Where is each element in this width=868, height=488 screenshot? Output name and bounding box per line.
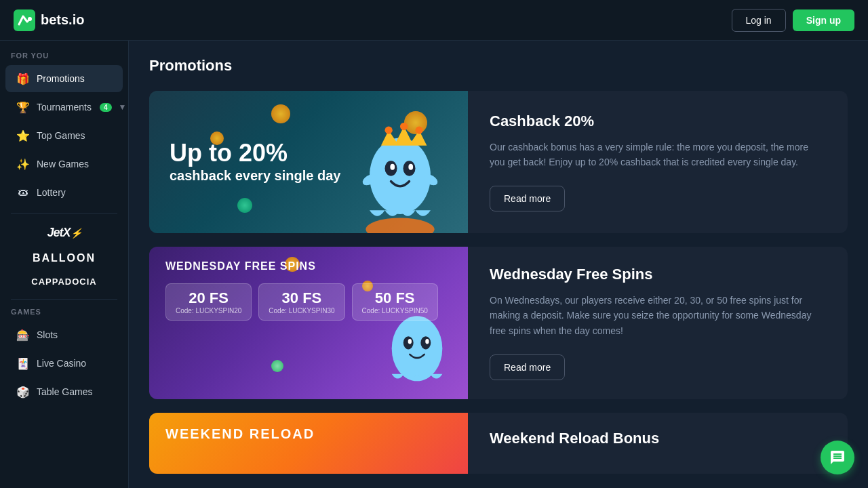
cashback-headline: Up to 20% xyxy=(170,140,340,167)
sidebar-item-label: Tournaments xyxy=(37,102,92,113)
sidebar-item-new-games[interactable]: ✨ New Games xyxy=(5,150,123,178)
header-buttons: Log in Sign up xyxy=(732,9,854,32)
balloon-label: BALLOON xyxy=(33,252,96,264)
ticket-icon: 🎟 xyxy=(16,186,30,199)
svg-point-9 xyxy=(390,164,395,170)
promo-desc-freespins: On Wednesdays, our players receive eithe… xyxy=(490,293,826,338)
spin-code-50: Code: LUCKYSPIN50 xyxy=(362,307,428,314)
slot-icon: 🎰 xyxy=(16,328,30,342)
chat-button[interactable] xyxy=(821,441,854,474)
svg-point-17 xyxy=(408,339,412,344)
spin-code-30: Code: LUCKYSPIN30 xyxy=(269,307,334,314)
sidebar-brand-jetx[interactable]: JetX⚡ xyxy=(5,220,123,245)
spin-amount-50: 50 FS xyxy=(362,289,428,307)
svg-point-18 xyxy=(425,339,429,344)
header: bets.io Log in Sign up xyxy=(0,0,868,41)
spins-options: 20 FS Code: LUCKYSPIN20 30 FS Code: LUCK… xyxy=(165,283,438,321)
sidebar-item-label: New Games xyxy=(37,159,89,169)
spin-amount-30: 30 FS xyxy=(269,289,334,307)
signup-button[interactable]: Sign up xyxy=(793,9,854,31)
sidebar-item-label: Table Games xyxy=(37,386,92,397)
sidebar-item-live-casino[interactable]: 🃏 Live Casino xyxy=(5,350,123,377)
svg-rect-0 xyxy=(14,9,35,31)
sidebar-item-label: Slots xyxy=(37,329,58,340)
promo-info-weekend: Weekend Reload Bonus xyxy=(468,413,848,474)
weekend-headline: WEEKEND RELOAD xyxy=(165,426,315,442)
sidebar-item-label: Lottery xyxy=(37,187,66,198)
cashback-mascot xyxy=(346,111,454,233)
table-icon: 🎲 xyxy=(16,385,30,399)
logo-text: bets.io xyxy=(41,12,84,28)
promo-card-weekend: WEEKEND RELOAD Weekend Reload Bonus xyxy=(149,413,848,474)
spins-headline: WEDNESDAY FREE SPINS xyxy=(165,260,316,272)
read-more-cashback[interactable]: Read more xyxy=(490,186,565,211)
sidebar-item-tournaments[interactable]: 🏆 Tournaments 4 ▼ xyxy=(5,94,123,121)
svg-point-14 xyxy=(392,317,443,382)
layout: FOR YOU 🎁 Promotions 🏆 Tournaments 4 ▼ ⭐… xyxy=(0,41,868,488)
sidebar-brand-cappadocia[interactable]: CAPPADOCIA xyxy=(5,271,123,292)
page-title: Promotions xyxy=(149,57,848,75)
login-button[interactable]: Log in xyxy=(732,9,786,32)
svg-point-1 xyxy=(28,17,32,21)
games-label: GAMES xyxy=(0,308,128,316)
sidebar-item-label: Live Casino xyxy=(37,358,86,369)
sidebar-divider-1 xyxy=(11,213,117,214)
promo-image-weekend: WEEKEND RELOAD xyxy=(149,413,468,474)
gift-icon: 🎁 xyxy=(16,72,30,85)
promo-title-freespins: Wednesday Free Spins xyxy=(490,266,826,283)
svg-point-4 xyxy=(385,127,393,134)
sidebar-brand-balloon[interactable]: BALLOON xyxy=(5,247,123,270)
svg-point-10 xyxy=(408,164,413,170)
promo-image-freespins: WEDNESDAY FREE SPINS 20 FS Code: LUCKYSP… xyxy=(149,247,468,399)
sidebar-divider-2 xyxy=(11,299,117,300)
trophy-icon: 🏆 xyxy=(16,100,30,114)
logo[interactable]: bets.io xyxy=(14,9,84,31)
sidebar-item-slots[interactable]: 🎰 Slots xyxy=(5,321,123,348)
spin-amount-20: 20 FS xyxy=(176,289,241,307)
tournament-badge: 4 xyxy=(100,103,112,112)
spin-option-20: 20 FS Code: LUCKYSPIN20 xyxy=(165,283,252,321)
promo-info-freespins: Wednesday Free Spins On Wednesdays, our … xyxy=(468,247,848,399)
cashback-subtext: cashback every single day xyxy=(170,167,340,184)
promo-title-weekend: Weekend Reload Bonus xyxy=(490,430,826,447)
main-content: Promotions Up to 20% cashback every sing… xyxy=(129,41,868,488)
promo-desc-cashback: Our cashback bonus has a very simple rul… xyxy=(490,140,826,170)
cashback-image-text: Up to 20% cashback every single day xyxy=(170,140,340,184)
spin-option-50: 50 FS Code: LUCKYSPIN50 xyxy=(352,283,438,321)
sidebar-item-table-games[interactable]: 🎲 Table Games xyxy=(5,378,123,405)
sidebar-item-lottery[interactable]: 🎟 Lottery xyxy=(5,179,123,206)
sidebar: FOR YOU 🎁 Promotions 🏆 Tournaments 4 ▼ ⭐… xyxy=(0,41,129,488)
sidebar-item-label: Top Games xyxy=(37,130,85,141)
promo-card-freespins: WEDNESDAY FREE SPINS 20 FS Code: LUCKYSP… xyxy=(149,247,848,399)
promo-card-cashback: Up to 20% cashback every single day xyxy=(149,91,848,233)
promo-title-cashback: Cashback 20% xyxy=(490,113,826,130)
live-icon: 🃏 xyxy=(16,357,30,370)
logo-icon xyxy=(14,9,35,31)
sparkle-icon: ✨ xyxy=(16,157,30,171)
cappadocia-label: CAPPADOCIA xyxy=(31,277,96,287)
chat-icon xyxy=(829,449,846,466)
read-more-freespins[interactable]: Read more xyxy=(490,354,565,380)
sidebar-item-label: Promotions xyxy=(37,73,85,84)
sidebar-item-promotions[interactable]: 🎁 Promotions xyxy=(5,65,123,92)
svg-point-13 xyxy=(366,218,434,234)
svg-point-6 xyxy=(416,127,423,134)
jetx-label: JetX⚡ xyxy=(47,226,81,240)
promo-info-cashback: Cashback 20% Our cashback bonus has a ve… xyxy=(468,91,848,233)
svg-point-2 xyxy=(370,138,431,214)
svg-point-5 xyxy=(400,123,408,130)
promo-image-cashback: Up to 20% cashback every single day xyxy=(149,91,468,233)
sidebar-item-top-games[interactable]: ⭐ Top Games xyxy=(5,122,123,149)
for-you-label: FOR YOU xyxy=(0,52,128,60)
spin-code-20: Code: LUCKYSPIN20 xyxy=(176,307,241,314)
chevron-down-icon: ▼ xyxy=(119,102,127,112)
spin-option-30: 30 FS Code: LUCKYSPIN30 xyxy=(258,283,344,321)
star-icon: ⭐ xyxy=(16,129,30,142)
